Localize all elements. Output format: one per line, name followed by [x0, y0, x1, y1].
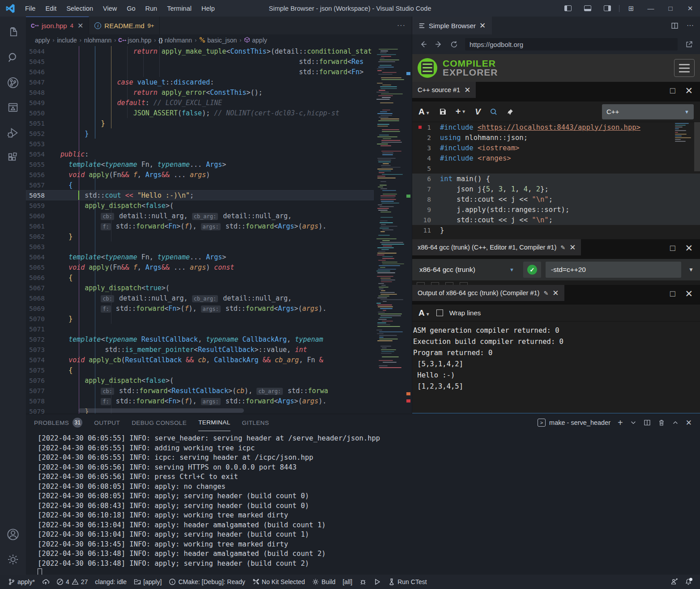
activity-source-control-icon[interactable] [0, 70, 26, 95]
close-pane-icon[interactable]: ✕ [685, 288, 693, 299]
statusbar-cmake-project[interactable]: [apply] [130, 575, 165, 589]
url-input[interactable]: https://godbolt.org [465, 38, 678, 51]
toggle-panel-icon[interactable] [578, 0, 598, 17]
close-panel-icon[interactable]: ✕ [686, 418, 692, 428]
maximize-panel-icon[interactable] [672, 420, 679, 426]
panel-tab-gitlens[interactable]: GITLENS [242, 414, 269, 431]
close-source-pane-icon[interactable]: ✕ [464, 85, 470, 95]
overview-ruler[interactable] [405, 46, 412, 414]
toggle-secondary-sidebar-icon[interactable] [598, 0, 617, 17]
breadcrumb-item-nlohmann[interactable]: nlohmann [84, 37, 112, 44]
save-icon[interactable] [439, 108, 447, 115]
breadcrumb-item-apply[interactable]: apply [35, 37, 50, 44]
activity-manage-icon[interactable] [0, 547, 26, 572]
back-icon[interactable] [417, 38, 430, 51]
activity-accounts-icon[interactable] [0, 522, 26, 547]
panel-tab-problems[interactable]: PROBLEMS31 [34, 414, 82, 431]
compiler-select[interactable]: x86-64 gcc (trunk) ▼ [416, 266, 519, 274]
customize-layout-icon[interactable]: ⊞ [621, 0, 641, 17]
menu-view[interactable]: View [98, 0, 122, 17]
reload-icon[interactable] [447, 38, 461, 51]
statusbar-clangd-status[interactable]: clangd: idle [91, 575, 130, 589]
statusbar-cmake-build[interactable]: Build [308, 575, 339, 589]
terminal-instance[interactable]: > make - serve_header [538, 419, 610, 427]
toggle-sidebar-icon[interactable] [558, 0, 578, 17]
close-window-icon[interactable]: ✕ [680, 0, 700, 17]
compiler-pane-tab[interactable]: x86-64 gcc (trunk) (C++, Editor #1, Comp… [412, 239, 581, 255]
terminal-dropdown-icon[interactable] [630, 420, 636, 426]
breadcrumb-item-basic_json[interactable]: basic_json [199, 37, 237, 44]
statusbar-problems[interactable]: 427 [53, 575, 91, 589]
horizontal-scrollbar[interactable] [78, 408, 244, 413]
open-external-icon[interactable] [682, 38, 696, 51]
close-browser-tab-icon[interactable]: ✕ [479, 21, 486, 30]
options-chevron-down-icon[interactable]: ▼ [686, 267, 696, 273]
activity-extensions-icon[interactable] [0, 145, 26, 170]
compiler-explorer-logo-icon[interactable] [418, 58, 437, 78]
breadcrumb-item-apply[interactable]: apply [244, 37, 267, 44]
statusbar-publish-changes[interactable] [38, 575, 53, 589]
menu-terminal[interactable]: Terminal [162, 0, 196, 17]
maximize-icon[interactable]: □ [661, 0, 680, 17]
vim-toggle-button[interactable]: V [475, 107, 481, 117]
statusbar-feedback[interactable] [667, 575, 681, 589]
close-output-pane-icon[interactable]: ✕ [552, 288, 559, 298]
output-pane-tab[interactable]: Output of x86-64 gcc (trunk) (Compiler #… [412, 285, 564, 301]
activity-run-debug-icon[interactable] [0, 120, 26, 145]
close-pane-icon[interactable]: ✕ [685, 243, 693, 254]
panel-tab-terminal[interactable]: TERMINAL [198, 414, 230, 431]
language-select[interactable]: C++ ▼ [602, 104, 694, 119]
rename-pane-icon[interactable]: ✎ [543, 290, 548, 297]
split-terminal-icon[interactable] [644, 419, 651, 426]
breadcrumb-item-include[interactable]: include [57, 37, 77, 44]
forward-icon[interactable] [432, 38, 445, 51]
menu-selection[interactable]: Selection [61, 0, 98, 17]
wrap-lines-checkbox[interactable] [436, 309, 443, 316]
maximize-pane-icon[interactable]: □ [670, 86, 675, 96]
compiler-options-input[interactable]: -std=c++20 [546, 262, 681, 278]
close-tab-icon[interactable]: ✕ [77, 21, 83, 30]
menu-file[interactable]: File [20, 0, 40, 17]
activity-explorer-icon[interactable] [0, 20, 26, 45]
statusbar-cmake-kit[interactable]: No Kit Selected [249, 575, 309, 589]
menu-run[interactable]: Run [141, 0, 162, 17]
code-editor[interactable]: 5044 return apply_make_tuple<ConstThis>(… [26, 46, 412, 414]
output-font-size-button[interactable]: A▼ [418, 308, 430, 318]
activity-cmake-icon[interactable] [0, 95, 26, 120]
statusbar-debug-target[interactable] [356, 575, 370, 589]
statusbar-notifications[interactable] [681, 575, 696, 589]
statusbar-cmake-status[interactable]: CMake: [Debug]: Ready [165, 575, 248, 589]
browser-more-actions-icon[interactable]: ··· [687, 21, 694, 30]
minimap[interactable] [374, 46, 405, 414]
editor-more-actions-icon[interactable]: ··· [391, 21, 412, 30]
statusbar-launch-target[interactable] [370, 575, 384, 589]
close-pane-icon[interactable]: ✕ [685, 85, 693, 96]
zoom-icon[interactable] [490, 108, 498, 116]
activity-search-icon[interactable] [0, 45, 26, 70]
font-size-button[interactable]: A▼ [418, 107, 430, 117]
breadcrumb[interactable]: apply›include›nlohmann›C++json.hpp›{}nlo… [26, 34, 412, 46]
maximize-pane-icon[interactable]: □ [670, 243, 675, 253]
terminal-output[interactable]: [2022-04-30 06:05:55] INFO: serve_header… [26, 431, 700, 575]
tab-json.hpp[interactable]: C++json.hpp4✕ [26, 17, 89, 34]
maximize-pane-icon[interactable]: □ [670, 289, 675, 299]
rename-pane-icon[interactable]: ✎ [560, 244, 565, 251]
minimize-icon[interactable]: — [641, 0, 661, 17]
menu-edit[interactable]: Edit [40, 0, 61, 17]
statusbar-run-ctest[interactable]: Run CTest [384, 575, 430, 589]
compiler-output[interactable]: ASM generation compiler returned: 0 Exec… [412, 322, 700, 414]
kill-terminal-icon[interactable] [658, 419, 665, 426]
pin-icon[interactable] [507, 108, 514, 115]
statusbar-build-target[interactable]: [all] [339, 575, 356, 589]
source-pane-tab[interactable]: C++ source #1 ✕ [412, 82, 476, 98]
hamburger-menu-icon[interactable] [674, 59, 695, 77]
breadcrumb-item-nlohmann[interactable]: {}nlohmann [158, 37, 192, 44]
menu-help[interactable]: Help [196, 0, 220, 17]
tab-simple-browser[interactable]: Simple Browser ✕ [412, 17, 492, 34]
godbolt-scrollbar[interactable] [694, 122, 700, 171]
panel-tab-output[interactable]: OUTPUT [94, 414, 120, 431]
new-terminal-icon[interactable]: + [618, 418, 623, 428]
breadcrumb-item-json.hpp[interactable]: C++json.hpp [119, 37, 151, 44]
panel-tab-debug-console[interactable]: DEBUG CONSOLE [132, 414, 187, 431]
statusbar-git-branch[interactable]: apply* [4, 575, 38, 589]
